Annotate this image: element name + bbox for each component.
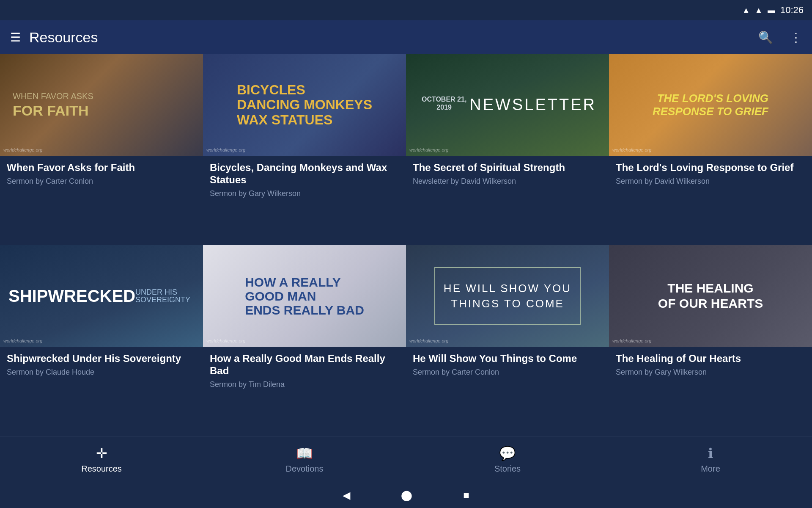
- watermark-shipwrecked: worldchallenge.org: [3, 338, 42, 343]
- recent-button[interactable]: ■: [463, 489, 469, 501]
- newsletter-main-text: NEWSLETTER: [469, 95, 596, 115]
- watermark-bicycles: worldchallenge.org: [206, 147, 245, 152]
- card-image-grief: THE LORD'S LOVINGRESPONSE TO GRIEF world…: [609, 54, 812, 156]
- watermark-grief: worldchallenge.org: [612, 147, 651, 152]
- card-healing[interactable]: THE HEALINGOF OUR HEARTS worldchallenge.…: [609, 245, 812, 436]
- newsletter-date: OCTOBER 21, 2019: [419, 95, 469, 111]
- showthings-bordered-text: HE WILL SHOW YOUTHINGS TO COME: [434, 267, 581, 325]
- more-icon: ℹ: [708, 445, 713, 461]
- card-image-healing: THE HEALINGOF OUR HEARTS worldchallenge.…: [609, 245, 812, 347]
- content-grid: WHEN FAVOR ASKS FOR FAITH worldchallenge…: [0, 54, 812, 436]
- card-newsletter[interactable]: OCTOBER 21, 2019 NEWSLETTER worldchallen…: [406, 54, 609, 245]
- card-subtitle-healing: Sermon by Gary Wilkerson: [616, 367, 805, 377]
- card-title-newsletter: The Secret of Spiritual Strength: [413, 162, 602, 174]
- card-shipwrecked[interactable]: SHIPWRECKED UNDER HIS SOVEREIGNTY worldc…: [0, 245, 203, 436]
- nav-label-devotions: Devotions: [286, 464, 324, 474]
- card-text-goodman: How a Really Good Man Ends Really Bad Se…: [203, 347, 406, 436]
- nav-item-resources[interactable]: ✛ Resources: [0, 445, 203, 474]
- watermark-goodman: worldchallenge.org: [206, 338, 245, 343]
- nav-item-devotions[interactable]: 📖 Devotions: [203, 445, 406, 474]
- card-healing-text: THE HEALINGOF OUR HEARTS: [609, 245, 812, 347]
- watermark-faith: worldchallenge.org: [3, 147, 42, 152]
- card-text-shipwrecked: Shipwrecked Under His Sovereignty Sermon…: [0, 347, 203, 436]
- card-grief-text: THE LORD'S LOVINGRESPONSE TO GRIEF: [609, 54, 812, 156]
- card-showthings[interactable]: HE WILL SHOW YOUTHINGS TO COME worldchal…: [406, 245, 609, 436]
- card-title-faith: When Favor Asks for Faith: [7, 162, 196, 174]
- devotions-icon: 📖: [296, 445, 313, 461]
- card-subtitle-goodman: Sermon by Tim Dilena: [210, 380, 399, 389]
- card-bicycles-text: BICYCLESDANCING MONKEYSWAX STATUES: [203, 54, 406, 156]
- card-goodman[interactable]: HOW A REALLYGOOD MANENDS REALLY BAD worl…: [203, 245, 406, 436]
- watermark-newsletter: worldchallenge.org: [409, 147, 448, 152]
- nav-label-more: More: [701, 464, 720, 474]
- stories-icon: 💬: [499, 445, 516, 461]
- more-options-icon[interactable]: ⋮: [790, 30, 802, 44]
- nav-label-stories: Stories: [494, 464, 521, 474]
- nav-item-stories[interactable]: 💬 Stories: [406, 445, 609, 474]
- watermark-showthings: worldchallenge.org: [409, 338, 448, 343]
- card-showthings-text: HE WILL SHOW YOUTHINGS TO COME: [406, 245, 609, 347]
- signal-icon: ▲: [755, 6, 763, 15]
- menu-icon[interactable]: ☰: [10, 30, 21, 44]
- watermark-healing: worldchallenge.org: [612, 338, 651, 343]
- card-image-newsletter: OCTOBER 21, 2019 NEWSLETTER worldchallen…: [406, 54, 609, 156]
- bottom-nav: ✛ Resources 📖 Devotions 💬 Stories ℹ More: [0, 436, 812, 483]
- card-image-shipwrecked: SHIPWRECKED UNDER HIS SOVEREIGNTY worldc…: [0, 245, 203, 347]
- home-button[interactable]: ⬤: [401, 489, 412, 501]
- card-image-showthings: HE WILL SHOW YOUTHINGS TO COME worldchal…: [406, 245, 609, 347]
- card-subtitle-grief: Sermon by David Wilkerson: [616, 177, 805, 186]
- card-title-goodman: How a Really Good Man Ends Really Bad: [210, 353, 399, 377]
- card-goodman-text: HOW A REALLYGOOD MANENDS REALLY BAD: [203, 245, 406, 347]
- status-bar: ▲ ▲ ▬ 10:26: [0, 0, 812, 20]
- battery-icon: ▬: [768, 6, 775, 15]
- card-faith-main-text: FOR FAITH: [13, 103, 88, 119]
- card-title-grief: The Lord's Loving Response to Grief: [616, 162, 805, 174]
- card-subtitle-newsletter: Newsletter by David Wilkerson: [413, 177, 602, 186]
- card-text-faith: When Favor Asks for Faith Sermon by Cart…: [0, 156, 203, 245]
- card-text-healing: The Healing of Our Hearts Sermon by Gary…: [609, 347, 812, 436]
- status-time: 10:26: [780, 5, 804, 16]
- system-nav-bar: ◀ ⬤ ■: [0, 483, 812, 508]
- nav-label-resources: Resources: [81, 464, 122, 474]
- card-title-healing: The Healing of Our Hearts: [616, 353, 805, 365]
- card-faith-top-text: WHEN FAVOR ASKS: [13, 91, 93, 101]
- card-text-showthings: He Will Show You Things to Come Sermon b…: [406, 347, 609, 436]
- card-title-shipwrecked: Shipwrecked Under His Sovereignty: [7, 353, 196, 365]
- card-grief[interactable]: THE LORD'S LOVINGRESPONSE TO GRIEF world…: [609, 54, 812, 245]
- search-icon[interactable]: 🔍: [758, 30, 773, 44]
- card-text-newsletter: The Secret of Spiritual Strength Newslet…: [406, 156, 609, 245]
- card-image-faith: WHEN FAVOR ASKS FOR FAITH worldchallenge…: [0, 54, 203, 156]
- card-image-bicycles: BICYCLESDANCING MONKEYSWAX STATUES world…: [203, 54, 406, 156]
- card-text-grief: The Lord's Loving Response to Grief Serm…: [609, 156, 812, 245]
- back-button[interactable]: ◀: [343, 489, 350, 501]
- card-subtitle-faith: Sermon by Carter Conlon: [7, 177, 196, 186]
- card-subtitle-shipwrecked: Sermon by Claude Houde: [7, 367, 196, 377]
- card-bicycles[interactable]: BICYCLESDANCING MONKEYSWAX STATUES world…: [203, 54, 406, 245]
- nav-item-more[interactable]: ℹ More: [609, 445, 812, 474]
- card-when-favor[interactable]: WHEN FAVOR ASKS FOR FAITH worldchallenge…: [0, 54, 203, 245]
- shipwrecked-sub-text: UNDER HIS SOVEREIGNTY: [135, 288, 195, 304]
- page-title: Resources: [29, 29, 741, 46]
- card-subtitle-showthings: Sermon by Carter Conlon: [413, 367, 602, 377]
- card-shipwrecked-text: SHIPWRECKED UNDER HIS SOVEREIGNTY: [0, 245, 203, 347]
- wifi-icon: ▲: [742, 6, 750, 15]
- card-newsletter-text: OCTOBER 21, 2019 NEWSLETTER: [406, 54, 609, 156]
- card-text-bicycles: Bicycles, Dancing Monkeys and Wax Statue…: [203, 156, 406, 245]
- card-subtitle-bicycles: Sermon by Gary Wilkerson: [210, 189, 399, 199]
- card-image-goodman: HOW A REALLYGOOD MANENDS REALLY BAD worl…: [203, 245, 406, 347]
- card-title-showthings: He Will Show You Things to Come: [413, 353, 602, 365]
- card-title-bicycles: Bicycles, Dancing Monkeys and Wax Statue…: [210, 162, 399, 186]
- top-bar: ☰ Resources 🔍 ⋮: [0, 20, 812, 54]
- resources-icon: ✛: [96, 445, 107, 461]
